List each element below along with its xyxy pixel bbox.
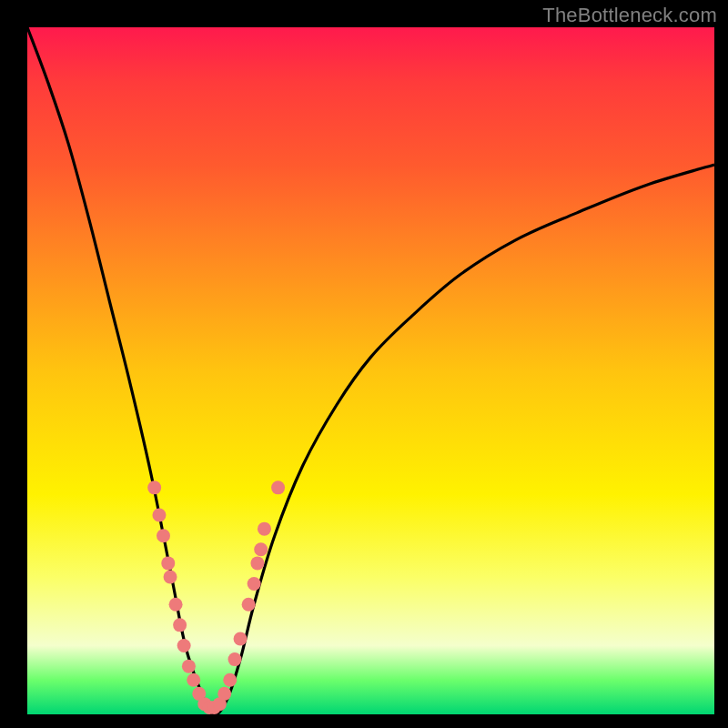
data-point [157, 529, 170, 542]
plot-area [27, 27, 714, 714]
data-point [271, 480, 285, 494]
data-point [250, 556, 264, 570]
data-point [217, 687, 231, 701]
data-point [164, 571, 177, 584]
bottleneck-curve [27, 27, 714, 715]
data-point [223, 673, 237, 687]
data-point [182, 660, 196, 673]
data-point [161, 556, 175, 570]
data-point [228, 652, 242, 666]
data-points-group [147, 480, 285, 714]
data-point [254, 542, 268, 556]
watermark-text: TheBottleneck.com [542, 4, 717, 27]
data-point [234, 632, 248, 645]
chart-svg [27, 27, 714, 714]
data-point [242, 598, 256, 612]
data-point [169, 598, 183, 612]
data-point [187, 673, 200, 687]
data-point [152, 509, 166, 522]
data-point [248, 577, 261, 591]
data-point [173, 618, 187, 632]
data-point [177, 639, 191, 652]
data-point [258, 522, 271, 536]
data-point [147, 480, 161, 494]
chart-frame: TheBottleneck.com [0, 0, 728, 728]
